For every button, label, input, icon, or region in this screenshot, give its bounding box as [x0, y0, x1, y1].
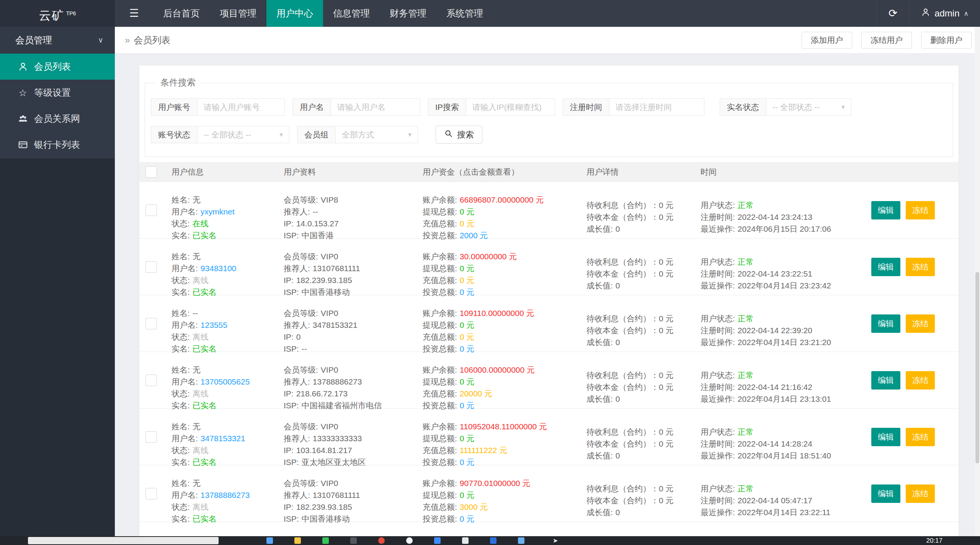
withdraw-amount-link[interactable]: 0 元: [460, 434, 475, 443]
user-status-value: 正常: [738, 257, 754, 266]
account-status-select[interactable]: -- 全部状态 -- ▼: [198, 126, 289, 143]
nav-item-user-center[interactable]: 用户中心: [266, 0, 323, 27]
sidebar-group-member-management[interactable]: 会员管理 ∨: [0, 27, 115, 54]
row-checkbox[interactable]: [145, 375, 157, 386]
edit-button[interactable]: 编辑: [871, 201, 900, 219]
username-link[interactable]: 13705005625: [201, 377, 250, 386]
app-icon-10[interactable]: [518, 537, 524, 544]
balance-amount-link[interactable]: 106000.00000000 元: [460, 365, 535, 374]
recharge-amount-link[interactable]: 3000 元: [460, 502, 488, 511]
referrer-value: 13333333333: [313, 434, 362, 443]
row-checkbox[interactable]: [145, 205, 157, 216]
realname-status-select[interactable]: -- 全部状态 -- ▼: [766, 98, 851, 116]
interest-value: 0 元: [659, 371, 674, 380]
nav-item-dashboard[interactable]: 后台首页: [153, 0, 210, 27]
sidebar-item-member-network[interactable]: 会员关系网: [0, 106, 115, 132]
vertical-scrollbar[interactable]: [975, 27, 980, 537]
edit-button[interactable]: 编辑: [871, 314, 900, 333]
main-content: 条件搜索 用户账号 用户名 IP搜索 注册时间: [115, 54, 980, 545]
edit-button[interactable]: 编辑: [871, 428, 900, 446]
admin-menu[interactable]: admin ∧: [909, 0, 980, 27]
sidebar-item-level-settings[interactable]: ☆ 等级设置: [0, 80, 115, 106]
app-icon-5[interactable]: [378, 537, 385, 544]
username-link[interactable]: 13788886273: [201, 491, 250, 499]
nav-item-system[interactable]: 系统管理: [436, 0, 493, 27]
user-funds-cell: 账户余额:90770.01000000 元 提现总额:0 元 充值总额:3000…: [423, 465, 586, 522]
row-checkbox[interactable]: [145, 261, 157, 273]
app-icon-6[interactable]: [406, 537, 413, 544]
edit-button[interactable]: 编辑: [871, 258, 900, 276]
username-link[interactable]: 93483100: [201, 264, 236, 273]
username-link[interactable]: 123555: [201, 321, 227, 329]
principal-value: 0 元: [659, 496, 674, 505]
freeze-button[interactable]: 冻结: [906, 314, 935, 333]
select-all-checkbox[interactable]: [145, 166, 157, 178]
header-time: 时间: [701, 167, 871, 177]
app-icon-8[interactable]: [462, 537, 469, 544]
app-icon-7[interactable]: [434, 537, 441, 544]
balance-amount-link[interactable]: 30.00000000 元: [460, 252, 517, 261]
freeze-button[interactable]: 冻结: [906, 484, 935, 503]
edit-button[interactable]: 编辑: [871, 371, 900, 390]
account-input[interactable]: [198, 98, 285, 116]
withdraw-amount-link[interactable]: 0 元: [460, 377, 475, 386]
freeze-button[interactable]: 冻结: [906, 258, 935, 276]
user-status-value: 正常: [738, 484, 754, 493]
edit-button[interactable]: 编辑: [871, 484, 900, 503]
app-icon-4[interactable]: [350, 537, 357, 544]
username-link[interactable]: 3478153321: [201, 434, 245, 443]
delete-user-button[interactable]: 删除用户: [921, 32, 972, 49]
user-profile-cell: 会员等级:VIP0 推荐人:3478153321 IP:0 ISP:--: [284, 295, 423, 352]
row-checkbox[interactable]: [145, 431, 157, 443]
recharge-amount-link[interactable]: 20000 元: [460, 389, 492, 398]
username-link[interactable]: yxymknet: [201, 207, 235, 216]
withdraw-amount-link[interactable]: 0 元: [460, 321, 475, 329]
username-input[interactable]: [331, 98, 420, 116]
member-group-select[interactable]: 全部方式 ▼: [336, 126, 418, 143]
row-checkbox[interactable]: [145, 318, 157, 329]
app-header: 云矿TP6 ☰ 后台首页 项目管理 用户中心 信息管理 财务管理 系统管理 ⟳ …: [0, 0, 980, 27]
header-user-details: 用户详情: [586, 167, 701, 177]
referrer-value: 13107681111: [313, 491, 360, 499]
account-field-group: 用户账号: [151, 98, 285, 116]
menu-toggle-icon[interactable]: ☰: [115, 0, 153, 27]
app-logo[interactable]: 云矿TP6: [0, 0, 115, 27]
nav-item-projects[interactable]: 项目管理: [210, 0, 266, 27]
sidebar-item-bank-card-list[interactable]: 银行卡列表: [0, 132, 115, 158]
freeze-button[interactable]: 冻结: [906, 201, 935, 219]
app-icon-3[interactable]: [322, 537, 329, 544]
scrollbar-thumb[interactable]: [975, 272, 979, 463]
freeze-user-button[interactable]: 冻结用户: [861, 32, 912, 49]
interest-value: 0 元: [659, 314, 674, 323]
balance-amount-link[interactable]: 110952048.11000000 元: [460, 422, 547, 431]
balance-amount-link[interactable]: 109110.00000000 元: [460, 309, 534, 318]
freeze-button[interactable]: 冻结: [906, 371, 935, 390]
nav-item-finance[interactable]: 财务管理: [380, 0, 436, 27]
sidebar-item-label: 会员关系网: [34, 113, 80, 125]
withdraw-amount-link[interactable]: 0 元: [460, 491, 475, 499]
balance-amount-link[interactable]: 90770.01000000 元: [460, 479, 531, 488]
realname-status-field-group: 实名状态 -- 全部状态 -- ▼: [720, 98, 851, 116]
app-icon-9[interactable]: [490, 537, 497, 544]
sidebar-item-member-list[interactable]: 会员列表: [0, 54, 115, 80]
search-button[interactable]: 搜索: [436, 126, 482, 144]
balance-amount-link[interactable]: 66896807.00000000 元: [460, 195, 544, 204]
row-checkbox[interactable]: [145, 488, 157, 499]
regtime-date-input[interactable]: [609, 98, 704, 116]
withdraw-amount-link[interactable]: 0 元: [460, 207, 475, 216]
app-icon-2[interactable]: [294, 537, 301, 544]
ip-search-input[interactable]: [466, 98, 555, 116]
recharge-amount-link[interactable]: 111111222 元: [460, 446, 507, 455]
recharge-amount-link[interactable]: 0 元: [460, 219, 475, 228]
add-user-button[interactable]: 添加用户: [802, 32, 852, 49]
withdraw-amount-link[interactable]: 0 元: [460, 264, 475, 273]
nav-item-info[interactable]: 信息管理: [323, 0, 380, 27]
recharge-amount-link[interactable]: 0 元: [460, 332, 475, 341]
sidebar-item-label: 等级设置: [34, 87, 71, 99]
app-icon-1[interactable]: [266, 537, 273, 544]
freeze-button[interactable]: 冻结: [906, 428, 935, 446]
reg-time-value: 2022-04-14 14:28:24: [738, 439, 812, 448]
recharge-amount-link[interactable]: 0 元: [460, 276, 475, 285]
taskbar-search-input[interactable]: [28, 537, 219, 544]
refresh-icon[interactable]: ⟳: [876, 0, 909, 27]
